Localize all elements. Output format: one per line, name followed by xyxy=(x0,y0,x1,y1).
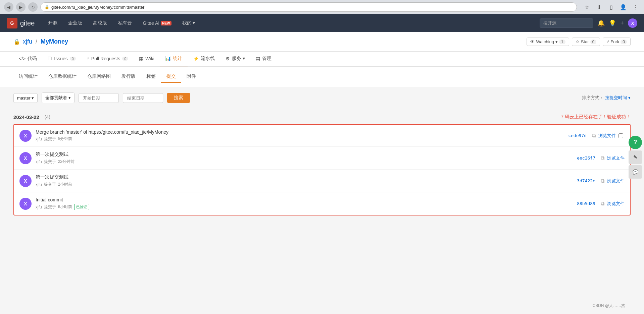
lightbulb-icon[interactable]: 💡 xyxy=(609,19,616,27)
repo-tabs: </> 代码 ☐ Issues 0 ⑂ Pull Requests 0 ▦ Wi… xyxy=(0,52,644,67)
commit-time: 2小时前 xyxy=(58,182,72,187)
user-avatar[interactable]: X xyxy=(628,18,637,28)
subnav-releases[interactable]: 发行版 xyxy=(116,71,141,83)
copy-icon[interactable]: ⧉ xyxy=(592,133,596,139)
menu-icon[interactable]: ⋮ xyxy=(631,2,640,12)
browse-files-button[interactable]: 浏览文件 xyxy=(607,155,625,161)
repo-name[interactable]: MyMoney xyxy=(41,38,68,45)
star-button[interactable]: ☆ Star 0 xyxy=(572,38,600,46)
profile-icon[interactable]: 👤 xyxy=(618,2,628,12)
url-bar[interactable]: 🔒 gitee.com/fu_xiao_jie/MyMoney/commits/… xyxy=(40,2,577,12)
tab-wiki[interactable]: ▦ Wiki xyxy=(134,52,159,66)
nav-enterprise[interactable]: 企业版 xyxy=(63,14,88,32)
sort-selector[interactable]: 按提交时间 ▾ xyxy=(605,95,631,101)
url-text: gitee.com/fu_xiao_jie/MyMoney/commits/ma… xyxy=(51,5,144,10)
lock-icon: 🔒 xyxy=(45,5,49,9)
date-header: 2024-03-22 (4) 7.码云上已经存在了！验证成功！ xyxy=(13,109,631,124)
tab-stats[interactable]: 📊 统计 xyxy=(160,52,188,66)
nav-university[interactable]: 高校版 xyxy=(88,14,112,32)
start-date-input[interactable] xyxy=(79,93,119,103)
repo-owner[interactable]: xjfu xyxy=(23,38,32,45)
copy-icon[interactable]: ⧉ xyxy=(601,178,604,184)
end-date-input[interactable] xyxy=(123,93,163,103)
forward-button[interactable]: ▶ xyxy=(16,2,26,12)
tab-services[interactable]: ⚙ 服务 ▾ xyxy=(220,52,250,66)
subnav-tags[interactable]: 标签 xyxy=(141,71,161,83)
filter-bar: master ▾ 全部贡献者 ▾ 搜索 排序方式： 按提交时间 ▾ xyxy=(0,87,644,109)
nav-opensource[interactable]: 开源 xyxy=(43,14,63,32)
subnav-attachments[interactable]: 附件 xyxy=(181,71,201,83)
subnav-repo-stats[interactable]: 仓库数据统计 xyxy=(43,71,82,83)
sub-navigation: 访问统计 仓库数据统计 仓库网络图 发行版 标签 提交 附件 xyxy=(0,67,644,87)
browse-files-button[interactable]: 浏览文件 xyxy=(607,201,625,207)
contributor-selector[interactable]: 全部贡献者 ▾ xyxy=(42,92,75,103)
nav-private[interactable]: 私有云 xyxy=(112,14,137,32)
commit-message[interactable]: 第一次提交测试 xyxy=(36,151,573,158)
commit-info: 第一次提交测试 xjfu 提交于 2小时前 xyxy=(36,174,573,187)
avatar: X xyxy=(19,130,32,142)
commit-actions: 3d7422e ⧉ 浏览文件 xyxy=(577,178,625,184)
fork-button[interactable]: ⑂ Fork 0 xyxy=(603,38,631,46)
date-notice: 7.码云上已经存在了！验证成功！ xyxy=(561,114,631,120)
copy-icon[interactable]: ⧉ xyxy=(601,155,604,161)
help-button[interactable]: ? xyxy=(629,136,642,149)
tab-pullrequests[interactable]: ⑂ Pull Requests 0 xyxy=(81,52,134,66)
subnav-visit-stats[interactable]: 访问统计 xyxy=(13,71,43,83)
logo-area[interactable]: G gitee xyxy=(7,18,35,28)
commit-count: (4) xyxy=(45,114,50,120)
download-icon[interactable]: ⬇ xyxy=(594,2,604,12)
star-count: 0 xyxy=(590,40,597,44)
commit-actions: cede97d ⧉ 浏览文件 xyxy=(568,133,625,139)
pipeline-icon: ⚡ xyxy=(193,56,199,61)
commit-hash[interactable]: eec26f7 xyxy=(577,155,595,161)
browse-files-button[interactable]: 浏览文件 xyxy=(598,133,616,139)
commit-hash[interactable]: 88b5d89 xyxy=(577,201,595,206)
copy-icon[interactable]: ⧉ xyxy=(601,201,604,207)
commit-item: X 第一次提交测试 xjfu 提交于 22分钟前 eec26f7 ⧉ 浏览文件 xyxy=(14,147,630,170)
issues-badge: 0 xyxy=(70,57,76,61)
edit-button[interactable]: ✎ xyxy=(629,150,642,164)
commit-author: xjfu xyxy=(36,160,42,164)
commit-message[interactable]: Initial commit xyxy=(36,197,573,202)
subnav-network[interactable]: 仓库网络图 xyxy=(82,71,116,83)
search-button[interactable]: 搜索 xyxy=(167,93,190,103)
plus-icon[interactable]: + xyxy=(620,20,624,27)
tab-issues[interactable]: ☐ Issues 0 xyxy=(42,52,81,66)
tab-code[interactable]: </> 代码 xyxy=(13,52,42,66)
nav-ai[interactable]: Gitee AI NEW xyxy=(137,14,177,32)
chat-button[interactable]: 💬 xyxy=(629,165,642,179)
browse-files-button[interactable]: 浏览文件 xyxy=(607,178,625,184)
logo-icon: G xyxy=(7,18,17,28)
branch-selector[interactable]: master ▾ xyxy=(13,93,38,103)
pr-badge: 0 xyxy=(122,57,128,61)
commit-time-label: 提交于 xyxy=(44,182,56,187)
commit-message[interactable]: Merge branch 'master' of https://gitee.c… xyxy=(36,129,564,135)
tab-pipeline[interactable]: ⚡ 流水线 xyxy=(188,52,220,66)
fork-icon: ⑂ xyxy=(606,39,609,44)
refresh-button[interactable]: ↻ xyxy=(28,2,38,12)
commit-hash[interactable]: 3d7422e xyxy=(577,178,595,183)
commit-time-label: 提交于 xyxy=(44,136,56,142)
commit-item: X Merge branch 'master' of https://gitee… xyxy=(14,125,630,147)
eye-icon: 👁 xyxy=(530,39,535,44)
bookmark-icon[interactable]: ☆ xyxy=(582,2,592,12)
commit-author: xjfu xyxy=(36,205,42,209)
bell-icon[interactable]: 🔔 xyxy=(597,19,605,27)
commit-author: xjfu xyxy=(36,137,42,141)
subnav-commits[interactable]: 提交 xyxy=(161,71,181,83)
fork-count: 0 xyxy=(621,40,627,44)
tab-manage[interactable]: ▤ 管理 xyxy=(250,52,277,66)
commit-hash[interactable]: cede97d xyxy=(568,133,587,138)
repo-lock-icon: 🔒 xyxy=(13,39,20,45)
commit-message[interactable]: 第一次提交测试 xyxy=(36,174,573,180)
commit-author: xjfu xyxy=(36,182,42,187)
watching-button[interactable]: 👁 Watching ▾ 1 xyxy=(527,38,569,46)
search-box[interactable]: 搜开源 xyxy=(540,18,593,28)
commit-actions: 88b5d89 ⧉ 浏览文件 xyxy=(577,201,625,207)
commit-meta: xjfu 提交于 22分钟前 xyxy=(36,159,573,165)
back-button[interactable]: ◀ xyxy=(4,2,13,12)
ai-badge: NEW xyxy=(161,21,171,25)
compare-checkbox[interactable] xyxy=(618,133,623,138)
nav-mine[interactable]: 我的 ▾ xyxy=(177,14,201,32)
sidebar-icon[interactable]: ▯ xyxy=(606,2,616,12)
